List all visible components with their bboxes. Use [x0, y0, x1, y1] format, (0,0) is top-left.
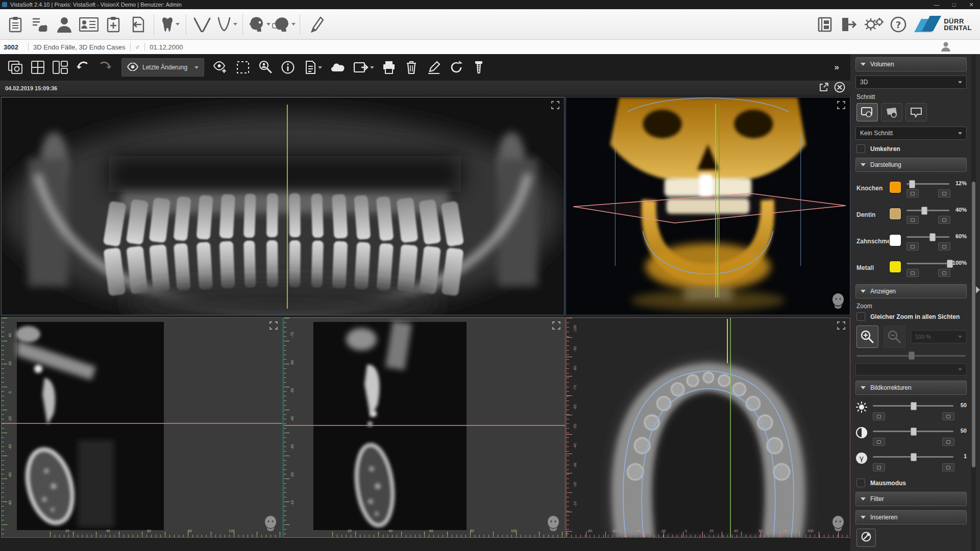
reset-view-button[interactable]	[445, 57, 468, 78]
section-header-anzeigen[interactable]: Anzeigen	[855, 284, 967, 298]
sagittal-view-panel-1[interactable]: 40200-20-40-60-80 20406080100	[1, 317, 283, 538]
intraoral-xray-button[interactable]	[158, 13, 182, 36]
slider-min-button[interactable]	[873, 412, 885, 420]
insert-implant-button[interactable]	[856, 529, 876, 547]
slider-thumb[interactable]	[909, 352, 915, 360]
slider-max-button[interactable]	[938, 189, 950, 197]
logout-button[interactable]	[838, 13, 861, 36]
maximize-button[interactable]: □	[945, 0, 963, 9]
clip-mode-slab-button[interactable]	[881, 103, 902, 121]
clip-mode-free-button[interactable]	[905, 103, 927, 121]
section-header-darstellung[interactable]: Darstellung	[855, 158, 967, 172]
crop-region-button[interactable]	[232, 57, 254, 78]
redo-button[interactable]	[94, 57, 116, 78]
slider-thumb[interactable]	[911, 453, 917, 461]
arch-narrow-button[interactable]	[215, 13, 238, 36]
pano-acquisition-button[interactable]	[247, 13, 271, 36]
fullscreen-toggle-icon[interactable]	[551, 101, 560, 112]
clip-mode-plane-button[interactable]	[856, 103, 878, 121]
opacity-slider[interactable]	[906, 183, 949, 185]
slider-max-button[interactable]	[942, 463, 954, 471]
orientation-head-icon[interactable]	[831, 516, 845, 533]
opacity-slider[interactable]	[906, 263, 949, 264]
layout-grid-button[interactable]	[27, 57, 49, 78]
same-zoom-checkbox-row[interactable]: Gleicher Zoom in allen Sichten	[856, 312, 967, 321]
sidebar-scrollbar[interactable]	[971, 54, 976, 551]
slider-thumb[interactable]	[909, 180, 915, 188]
layout-alt-button[interactable]	[49, 57, 71, 78]
info-button[interactable]	[277, 57, 299, 78]
close-view-icon[interactable]	[834, 82, 845, 95]
orientation-head-icon[interactable]	[831, 293, 845, 311]
slider-max-button[interactable]	[938, 269, 950, 277]
color-swatch[interactable]	[889, 261, 901, 273]
export-view-button[interactable]	[349, 57, 378, 78]
report-button[interactable]	[299, 57, 327, 78]
section-header-inserieren[interactable]: Inserieren	[855, 510, 967, 524]
media-gallery-button[interactable]	[813, 13, 837, 36]
undo-button[interactable]	[71, 57, 94, 78]
disabled-dropdown[interactable]	[855, 363, 967, 375]
slider-max-button[interactable]	[942, 438, 954, 446]
section-header-filter[interactable]: Filter	[855, 492, 967, 506]
slider-min-button[interactable]	[906, 216, 919, 224]
ceph-acquisition-button[interactable]	[272, 13, 296, 36]
zoom-in-button[interactable]	[856, 325, 878, 348]
sagittal-view-panel-2[interactable]: -70-60-50-40-30-20-10 20406080100	[283, 317, 566, 538]
patient-button[interactable]	[53, 13, 76, 36]
image-list-button[interactable]	[28, 13, 52, 36]
import-export-button[interactable]	[126, 13, 150, 36]
slider-thumb[interactable]	[911, 402, 917, 410]
minimize-button[interactable]: —	[928, 0, 945, 9]
clip-plane-dropdown[interactable]: Kein Schnitt	[855, 127, 967, 140]
open-external-icon[interactable]	[819, 82, 829, 94]
patient-info-icon[interactable]	[940, 41, 951, 54]
scrollbar-thumb[interactable]	[972, 182, 975, 467]
pen-tool-button[interactable]	[304, 13, 328, 36]
orientation-head-icon[interactable]	[547, 516, 560, 533]
slider-max-button[interactable]	[942, 412, 954, 420]
disabled-slider[interactable]	[856, 353, 966, 358]
checkbox-icon[interactable]	[856, 144, 865, 153]
sidebar-collapse-arrow[interactable]	[976, 286, 980, 293]
toolbar-overflow-button[interactable]: »	[835, 62, 846, 72]
patient-card-button[interactable]	[77, 13, 101, 36]
color-swatch[interactable]	[889, 208, 901, 220]
volume-3d-panel[interactable]	[566, 97, 850, 315]
finding-search-button[interactable]	[254, 57, 277, 78]
slider-thumb[interactable]	[911, 428, 917, 436]
delete-button[interactable]	[400, 57, 423, 78]
contrast-slider[interactable]	[873, 431, 953, 432]
view-state-dropdown[interactable]: Letzte Änderung	[121, 58, 204, 77]
new-job-button[interactable]	[102, 13, 125, 36]
help-button[interactable]: ?	[887, 13, 910, 36]
brightness-slider[interactable]	[873, 405, 953, 407]
zoom-value-dropdown[interactable]: 100 %	[911, 330, 967, 343]
close-button[interactable]: ✕	[963, 0, 980, 9]
color-swatch[interactable]	[889, 181, 901, 193]
mouse-mode-checkbox-row[interactable]: Mausmodus	[856, 479, 967, 487]
slider-thumb[interactable]	[921, 207, 927, 215]
slider-min-button[interactable]	[906, 269, 919, 277]
settings-button[interactable]	[862, 13, 886, 36]
zoom-out-button[interactable]	[884, 325, 905, 348]
fullscreen-toggle-icon[interactable]	[269, 321, 278, 332]
implant-tool-button[interactable]	[468, 57, 490, 78]
gamma-slider[interactable]	[873, 456, 953, 458]
snapshot-button[interactable]	[4, 57, 27, 78]
slider-max-button[interactable]	[938, 242, 950, 251]
slider-min-button[interactable]	[873, 438, 885, 446]
panoramic-view-panel[interactable]	[1, 97, 565, 315]
opacity-slider[interactable]	[906, 236, 949, 238]
axial-view-panel[interactable]: -100-90-80-70-60-50-40-30-20-10 -80-60-4…	[566, 317, 850, 538]
slider-min-button[interactable]	[873, 463, 885, 471]
section-header-volumen[interactable]: Volumen	[855, 57, 967, 71]
print-button[interactable]	[378, 57, 400, 78]
add-view-button[interactable]	[209, 57, 232, 78]
fullscreen-toggle-icon[interactable]	[837, 321, 846, 332]
cloud-button[interactable]	[327, 57, 349, 78]
slider-min-button[interactable]	[906, 189, 919, 197]
fullscreen-toggle-icon[interactable]	[837, 101, 846, 112]
section-header-bildkorrekturen[interactable]: Bildkorrekturen	[855, 381, 967, 395]
worklist-button[interactable]	[4, 13, 27, 36]
